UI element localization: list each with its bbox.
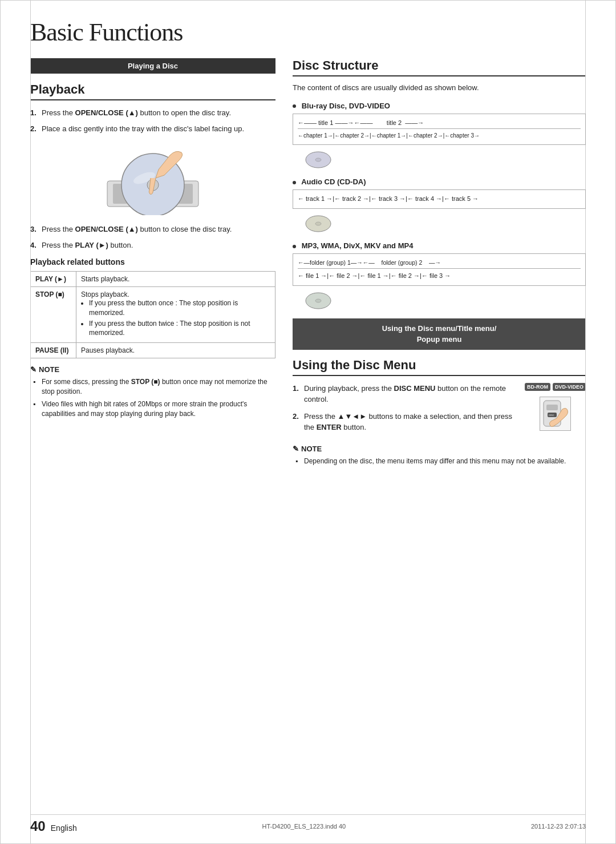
pause-description-cell: Pauses playback. [76,343,275,358]
bullet-icon [293,104,296,108]
stop-bullet-1: If you press the button once : The stop … [89,298,270,318]
audiocd-disc-svg [304,212,333,232]
disc-structure-desc: The content of discs are usually divided… [293,82,586,94]
title2-arrow-right: ——→ [405,118,424,129]
disc-menu-bold: DISC MENU [394,384,436,393]
bluray-disc-icon-row [293,148,586,168]
page-title: Basic Functions [30,18,586,47]
step-3-number: 3. [30,224,37,235]
footer-right-text: 2011-12-23 2:07:13 [531,823,586,830]
table-row-pause: PAUSE (II) Pauses playback. [31,343,275,358]
note-section: ✎ NOTE For some discs, pressing the STOP… [30,365,275,418]
page-number: 40 [30,818,46,834]
open-close-bold-1: OPEN/CLOSE (▲) [75,108,138,117]
audiocd-section: Audio CD (CD-DA) ← track 1 → | ← track 2… [293,177,586,232]
note-item-2: Video files with high bit rates of 20Mbp… [33,399,275,419]
note-pencil-icon: ✎ [30,365,37,374]
step-1-number: 1. [30,107,37,119]
disc-menu-note-list: Depending on the disc, the menu items ma… [293,457,586,466]
ch1b: ←chapter 1→ [371,131,407,141]
title1-arrow-right: ——→ [335,118,354,129]
audiocd-row-1: ← track 1 → | ← track 2 → | ← track 3 → … [298,193,581,205]
disc-menu-image: DISC [540,397,571,431]
button-table: PLAY (►) Starts playback. STOP (■) Stops… [30,271,275,358]
bluray-disc-svg [304,148,333,168]
two-column-layout: Playing a Disc Playback 1. Press the OPE… [30,58,586,469]
disc-menu-content: 1. During playback, press the DISC MENU … [293,383,586,439]
using-disc-title: Using the Disc Menu [293,358,586,376]
disc-tray-image [96,141,210,215]
bluray-title: Blu-ray Disc, DVD-VIDEO [293,102,586,110]
disc-menu-note-item-1: Depending on the disc, the menu items ma… [295,457,586,466]
disc-menu-header-text: Using the Disc menu/Title menu/Popup men… [382,324,497,344]
playback-steps-list-2: 3. Press the OPEN/CLOSE (▲) button to cl… [30,224,275,251]
playback-steps-list: 1. Press the OPEN/CLOSE (▲) button to op… [30,107,275,134]
svg-rect-12 [546,405,558,410]
playback-buttons-title: Playback related buttons [30,257,275,266]
bluray-row-2: ←chapter 1→ | ←chapter 2→ | ←chapter 1→ … [298,128,581,141]
ch3b: ←chapter 3→ [444,131,480,141]
table-row-play: PLAY (►) Starts playback. [31,272,275,287]
svg-point-8 [315,222,321,225]
page-number-container: 40 English [30,818,77,834]
enter-bold: ENTER [317,423,342,431]
ch1a: ←chapter 1→ [298,131,333,141]
remote-hand-svg: DISC [541,398,569,429]
bluray-row-1: ←—— title 1 ——→ ←—— title 2 ——→ [298,118,581,129]
pause-button-cell: PAUSE (II) [31,343,76,358]
play-bold: PLAY (►) [75,241,108,249]
bd-rom-badge: BD-ROM [525,383,550,391]
playback-title: Playback [30,82,275,100]
mp3-label: MP3, WMA, DivX, MKV and MP4 [302,241,414,250]
title1-label: title 1 [317,118,335,129]
footer-left-text: HT-D4200_ELS_1223.indd 40 [262,823,346,830]
page-content: Basic Functions Playing a Disc Playback … [30,1,586,503]
title2-arrow-left: ←—— [354,118,372,129]
left-column: Playing a Disc Playback 1. Press the OPE… [30,58,275,421]
svg-text:DISC: DISC [549,414,554,417]
audiocd-diagram: ← track 1 → | ← track 2 → | ← track 3 → … [293,189,586,209]
disc-menu-text: 1. During playback, press the DISC MENU … [293,383,519,439]
playback-step-2: 2. Place a disc gently into the tray wit… [30,123,275,135]
mp3-section: MP3, WMA, DivX, MKV and MP4 ←—folder (gr… [293,241,586,309]
disc-image-container [30,141,275,215]
audiocd-disc-icon-row [293,212,586,232]
audiocd-title: Audio CD (CD-DA) [293,177,586,186]
mp3-row-2: ← file 1 → | ← file 2 → | ← file 1 → | ←… [298,268,581,282]
right-column: Disc Structure The content of discs are … [293,58,586,469]
disc-menu-note-pencil-icon: ✎ [293,445,299,453]
dvd-video-badge: DVD-VIDEO [553,383,586,391]
stop-description-cell: Stops playback. If you press the button … [76,287,275,343]
disc-menu-header: Using the Disc menu/Title menu/Popup men… [293,318,586,350]
step-4-number: 4. [30,240,37,251]
bluray-diagram: ←—— title 1 ——→ ←—— title 2 ——→ ←chapter… [293,114,586,146]
ch2a: ←chapter 2→ [334,131,370,141]
mp3-row-1: ←—folder (group) 1—→ ←— folder (group) 2… [298,257,581,268]
disc-menu-icons: BD-ROM DVD-VIDEO DISC [525,383,586,431]
page-english-label: English [51,823,77,833]
disc-type-badges: BD-ROM DVD-VIDEO [525,383,586,391]
disc-menu-step-2: 2. Press the ▲▼◄► buttons to make a sele… [293,411,519,433]
disc-step-2-num: 2. [293,411,299,422]
open-close-bold-2: OPEN/CLOSE (▲) [75,225,138,233]
page-wrapper: Basic Functions Playing a Disc Playback … [0,0,616,844]
playback-step-3: 3. Press the OPEN/CLOSE (▲) button to cl… [30,224,275,235]
table-row-stop: STOP (■) Stops playback. If you press th… [31,287,275,343]
disc-menu-steps: 1. During playback, press the DISC MENU … [293,383,519,433]
playback-step-4: 4. Press the PLAY (►) button. [30,240,275,251]
disc-menu-note-label: NOTE [301,445,322,453]
stop-bullet-2: If you press the button twice : The stop… [89,319,270,338]
title1-arrow-left: ←—— [298,118,317,129]
disc-menu-step-1: 1. During playback, press the DISC MENU … [293,383,519,405]
page-footer: 40 English HT-D4200_ELS_1223.indd 40 201… [30,814,586,834]
note-list: For some discs, pressing the STOP (■) bu… [30,377,275,418]
play-description-cell: Starts playback. [76,272,275,287]
play-button-cell: PLAY (►) [31,272,76,287]
ch2b: ←chapter 2→ [408,131,443,141]
audiocd-label: Audio CD (CD-DA) [301,177,366,186]
mp3-disc-icon-row [293,289,586,309]
note-item-1: For some discs, pressing the STOP (■) bu… [33,377,275,397]
section-header-playing-disc: Playing a Disc [30,58,275,74]
playback-step-1: 1. Press the OPEN/CLOSE (▲) button to op… [30,107,275,119]
disc-menu-note: ✎ NOTE Depending on the disc, the menu i… [293,445,586,466]
